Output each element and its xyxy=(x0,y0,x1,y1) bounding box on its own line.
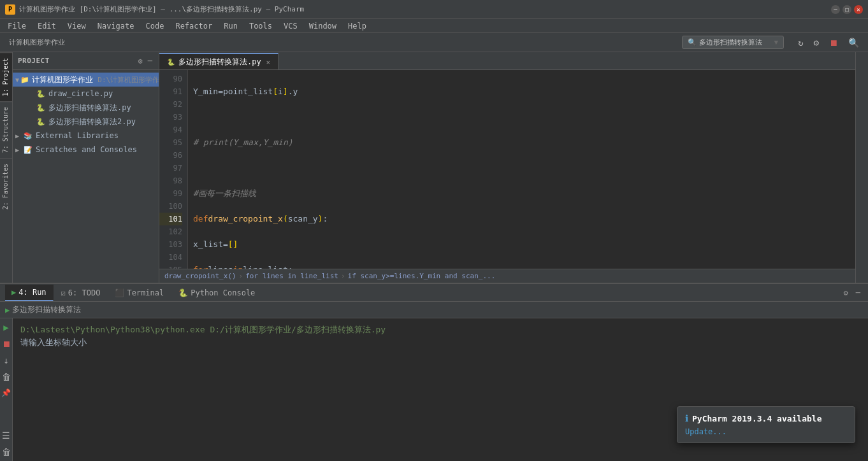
toolbar-search-btn[interactable]: 🔍 xyxy=(844,36,863,49)
todo-tab-label: 6: TODO xyxy=(68,288,101,297)
sidebar-item-scan-alg2[interactable]: 🐍 多边形扫描转换算法2.py xyxy=(13,115,159,129)
menu-window[interactable]: Window xyxy=(304,20,342,32)
sidebar-actions: ⚙ ─ xyxy=(137,55,154,67)
maximize-button[interactable]: □ xyxy=(843,5,851,14)
run-header-label: 多边形扫描转换算法 xyxy=(12,304,81,315)
sidebar-tree: ▼ 📁 计算机图形学作业 D:\计算机图形学作业 🐍 draw_circle.p… xyxy=(13,70,159,283)
sidebar-item-draw-circle[interactable]: 🐍 draw_circle.py xyxy=(13,87,159,101)
close-button[interactable]: ✕ xyxy=(854,5,863,14)
toolbar-stop-btn[interactable]: ⏹ xyxy=(825,36,842,49)
sidebar-item-scratches[interactable]: ▶ 📝 Scratches and Consoles xyxy=(13,143,159,157)
run-clear-btn[interactable]: 🗑 xyxy=(1,371,12,383)
bottom-tab-terminal[interactable]: ⬛ Terminal xyxy=(108,285,171,301)
run-pin-btn[interactable]: 📌 xyxy=(0,387,12,399)
sidebar-item-root-label: 计算机图形学作业 D:\计算机图形学作业 xyxy=(32,74,159,85)
line-numbers: 90 91 92 93 94 95 96 97 98 99 100 101 10… xyxy=(159,70,188,269)
breadcrumb-item-3[interactable]: if scan_y>=lines.Y_min and scan_... xyxy=(348,272,496,280)
code-line-91 xyxy=(193,111,850,124)
tab-close-icon[interactable]: ✕ xyxy=(266,59,270,66)
bottom-tab-python-console[interactable]: 🐍 Python Console xyxy=(172,285,262,301)
library-icon: 📚 xyxy=(23,131,33,141)
notification-update-link[interactable]: Update... xyxy=(685,427,727,436)
notification-info-icon: ℹ xyxy=(685,413,688,423)
code-line-94: #画每一条扫描线 xyxy=(193,187,850,200)
python-file-icon2: 🐍 xyxy=(36,103,46,113)
python-console-label: Python Console xyxy=(191,288,255,297)
bottom-tab-run[interactable]: ▶ 4: Run xyxy=(5,285,54,301)
sidebar-label-scratches: Scratches and Consoles xyxy=(36,145,137,154)
left-tab-structure[interactable]: 7: Structure xyxy=(0,101,12,158)
bottom-tabs-bar: ▶ 4: Run ☑ 6: TODO ⬛ Terminal 🐍 Python C… xyxy=(0,284,868,302)
toolbar-settings-btn[interactable]: ⚙ xyxy=(810,36,823,49)
tree-arrow-scratch: ▶ xyxy=(15,146,22,153)
breadcrumb-sep-1: › xyxy=(239,272,243,280)
folder-icon: 📁 xyxy=(20,74,29,85)
sidebar-gear-icon[interactable]: ⚙ xyxy=(137,55,144,67)
title-left: P 计算机图形学作业 [D:\计算机图形学作业] – ...\多边形扫描转换算法… xyxy=(5,4,304,15)
menu-navigate[interactable]: Navigate xyxy=(92,20,140,32)
bottom-settings-btn[interactable]: ⚙ xyxy=(841,287,851,299)
search-icon: 🔍 xyxy=(688,38,697,46)
title-text: 计算机图形学作业 [D:\计算机图形学作业] – ...\多边形扫描转换算法.p… xyxy=(19,4,304,14)
minimize-button[interactable]: ─ xyxy=(831,5,840,14)
left-tab-project[interactable]: 1: Project xyxy=(0,52,12,101)
search-box[interactable]: 🔍 多边形扫描转换算法 ▼ xyxy=(682,36,784,49)
python-console-icon: 🐍 xyxy=(178,288,188,297)
python-file-icon3: 🐍 xyxy=(36,117,46,127)
notification-header: ℹ PyCharm 2019.3.4 available xyxy=(685,413,847,423)
menu-file[interactable]: File xyxy=(3,20,31,32)
editor-tab-label: 多边形扫描转换算法.py xyxy=(178,57,261,67)
breadcrumb-item-2[interactable]: for lines in line_list xyxy=(245,272,338,280)
tree-arrow-ext: ▶ xyxy=(15,132,22,139)
breadcrumb-sep-2: › xyxy=(341,272,345,280)
menu-refactor[interactable]: Refactor xyxy=(170,20,217,32)
bottom-tab-todo[interactable]: ☑ 6: TODO xyxy=(55,285,108,301)
menu-vcs[interactable]: VCS xyxy=(278,20,303,32)
run-tab-label: 4: Run xyxy=(18,288,46,297)
breadcrumb: draw_cropoint_x() › for lines in line_li… xyxy=(159,269,855,283)
menubar: File Edit View Navigate Code Refactor Ru… xyxy=(0,19,868,33)
bottom-minimize-btn[interactable]: ─ xyxy=(853,287,863,299)
menu-view[interactable]: View xyxy=(62,20,91,32)
toolbar-refresh-btn[interactable]: ↻ xyxy=(794,36,807,49)
sidebar-item-scan-alg[interactable]: 🐍 多边形扫描转换算法.py xyxy=(13,101,159,115)
sidebar-label-scan-alg: 多边形扫描转换算法.py xyxy=(48,103,131,113)
editor-tab-main[interactable]: 🐍 多边形扫描转换算法.py ✕ xyxy=(159,53,278,69)
toolbar: 计算机图形学作业 🔍 多边形扫描转换算法 ▼ ↻ ⚙ ⏹ 🔍 xyxy=(0,33,868,52)
menu-edit[interactable]: Edit xyxy=(33,20,61,32)
bottom-toolbar: ⚙ ─ xyxy=(841,287,863,299)
sidebar-item-external-libs[interactable]: ▶ 📚 External Libraries xyxy=(13,129,159,143)
menu-code[interactable]: Code xyxy=(141,20,170,32)
code-editor: 90 91 92 93 94 95 96 97 98 99 100 101 10… xyxy=(159,70,855,269)
run-scroll-to-end-btn[interactable]: ↓ xyxy=(2,354,10,367)
code-line-95: def draw_cropoint_x(scan_y): xyxy=(193,213,850,225)
search-dropdown-icon[interactable]: ▼ xyxy=(774,38,779,46)
run-tab-icon: ▶ xyxy=(11,288,16,297)
run-stop-btn[interactable]: ⏹ xyxy=(1,337,12,350)
run-sidebar-tools: ▶ ⏹ ↓ 🗑 📌 ☰ 🗑 xyxy=(0,318,13,461)
sidebar-label-external-libs: External Libraries xyxy=(36,131,119,140)
left-tab-favorites[interactable]: 2: Favorites xyxy=(0,158,12,215)
terminal-tab-label: Terminal xyxy=(127,288,164,297)
editor-area: 🐍 多边形扫描转换算法.py ✕ 90 91 92 93 94 95 96 97… xyxy=(159,52,855,283)
breadcrumb-item-1[interactable]: draw_cropoint_x() xyxy=(164,272,236,280)
run-play-btn[interactable]: ▶ xyxy=(2,321,10,334)
run-panel-header: ▶ 多边形扫描转换算法 xyxy=(0,302,868,318)
run-trash-btn[interactable]: 🗑 xyxy=(1,446,12,458)
sidebar-item-root-folder[interactable]: ▼ 📁 计算机图形学作业 D:\计算机图形学作业 xyxy=(13,73,159,87)
code-content[interactable]: Y_min=point_list[i].y # print(Y_max,Y_mi… xyxy=(188,70,855,269)
todo-tab-icon: ☑ xyxy=(61,288,66,297)
menu-help[interactable]: Help xyxy=(343,20,372,32)
run-list-btn[interactable]: ☰ xyxy=(1,429,11,442)
tree-arrow-root: ▼ xyxy=(15,76,19,83)
editor-tabs: 🐍 多边形扫描转换算法.py ✕ xyxy=(159,52,855,70)
toolbar-project-name: 计算机图形学作业 xyxy=(5,36,69,48)
python-file-icon1: 🐍 xyxy=(36,89,46,99)
sidebar-minimize-icon[interactable]: ─ xyxy=(147,55,154,67)
sidebar-label-draw-circle: draw_circle.py xyxy=(48,89,113,98)
menu-run[interactable]: Run xyxy=(219,20,243,32)
code-line-97: for lines in line_list: xyxy=(193,264,850,269)
output-cmd-line: D:\Lastest\Python\Python38\python.exe D:… xyxy=(20,323,860,336)
menu-tools[interactable]: Tools xyxy=(244,20,277,32)
code-line-96: x_list=[] xyxy=(193,238,850,251)
